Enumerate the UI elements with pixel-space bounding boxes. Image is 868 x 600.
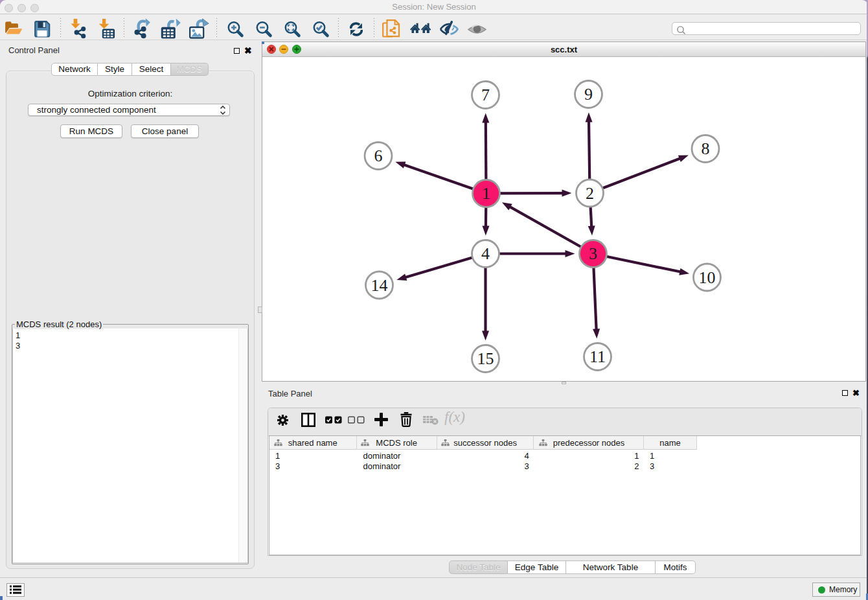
svg-text:8: 8 (702, 139, 710, 158)
svg-text:10: 10 (699, 268, 716, 287)
svg-text:11: 11 (589, 347, 606, 366)
svg-text:15: 15 (477, 349, 494, 368)
svg-text:3: 3 (589, 244, 597, 263)
svg-text:4: 4 (481, 244, 490, 263)
svg-text:1: 1 (482, 184, 490, 203)
svg-text:6: 6 (374, 146, 383, 165)
svg-text:2: 2 (586, 184, 594, 203)
svg-text:9: 9 (584, 85, 593, 104)
svg-text:7: 7 (481, 86, 490, 104)
svg-text:14: 14 (371, 276, 388, 295)
